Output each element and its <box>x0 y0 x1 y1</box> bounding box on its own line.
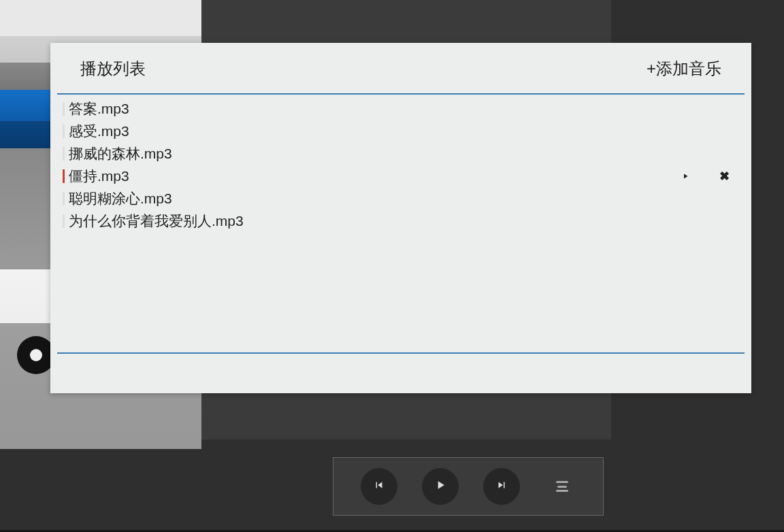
skip-previous-icon <box>373 479 385 494</box>
active-marker <box>63 192 65 205</box>
playlist-item[interactable]: 聪明糊涂心.mp3✖ <box>50 187 751 210</box>
play-button[interactable] <box>422 468 459 505</box>
add-music-button[interactable]: +添加音乐 <box>647 58 721 80</box>
playlist-item-label: 挪威的森林.mp3 <box>69 144 172 163</box>
active-marker <box>63 214 65 228</box>
playlist-items: 答案.mp3✖感受.mp3✖挪威的森林.mp3✖僵持.mp3✖聪明糊涂心.mp3… <box>50 95 751 232</box>
row-actions: ✖ <box>681 165 730 187</box>
active-marker <box>63 102 65 116</box>
active-marker <box>63 147 65 161</box>
play-icon <box>434 478 447 495</box>
previous-button[interactable] <box>361 468 397 505</box>
playlist-title: 播放列表 <box>80 58 146 80</box>
active-marker <box>63 124 65 138</box>
active-marker <box>63 169 65 183</box>
remove-icon[interactable]: ✖ <box>719 170 730 182</box>
playlist-item-label: 聪明糊涂心.mp3 <box>69 189 172 208</box>
playlist-item[interactable]: 僵持.mp3✖ <box>50 165 751 187</box>
playlist-item[interactable]: 为什么你背着我爱别人.mp3✖ <box>50 210 751 232</box>
playlist-item[interactable]: 答案.mp3✖ <box>50 97 751 120</box>
menu-icon <box>556 481 568 492</box>
next-button[interactable] <box>483 468 520 505</box>
playlist-menu-button[interactable] <box>549 468 576 505</box>
playlist-item-label: 感受.mp3 <box>69 122 129 141</box>
playlist-item-label: 为什么你背着我爱别人.mp3 <box>69 212 244 231</box>
play-icon[interactable] <box>681 171 689 181</box>
player-controls <box>333 457 604 516</box>
playlist-item[interactable]: 感受.mp3✖ <box>50 120 751 142</box>
playlist-item-label: 答案.mp3 <box>69 99 129 118</box>
playlist-item-label: 僵持.mp3 <box>69 167 129 186</box>
skip-next-icon <box>495 479 508 494</box>
divider-bottom <box>57 352 745 354</box>
playlist-panel: 播放列表 +添加音乐 答案.mp3✖感受.mp3✖挪威的森林.mp3✖僵持.mp… <box>50 43 751 393</box>
playlist-item[interactable]: 挪威的森林.mp3✖ <box>50 142 751 165</box>
playlist-header: 播放列表 +添加音乐 <box>50 43 751 93</box>
